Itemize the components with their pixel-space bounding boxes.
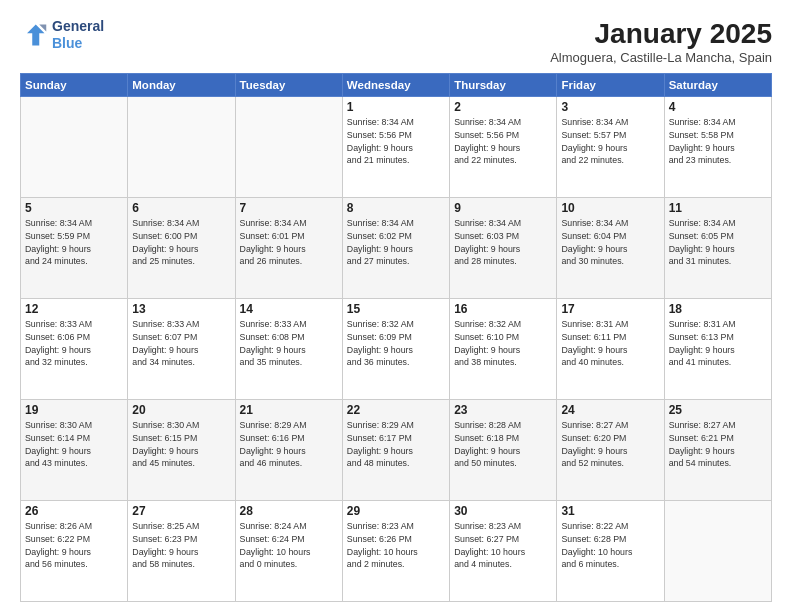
svg-marker-0 xyxy=(27,24,45,45)
calendar-cell: 25Sunrise: 8:27 AM Sunset: 6:21 PM Dayli… xyxy=(664,400,771,501)
day-number: 25 xyxy=(669,403,767,417)
header: General Blue January 2025 Almoguera, Cas… xyxy=(20,18,772,65)
day-info: Sunrise: 8:34 AM Sunset: 6:02 PM Dayligh… xyxy=(347,217,445,268)
weekday-header: Saturday xyxy=(664,74,771,97)
day-number: 28 xyxy=(240,504,338,518)
month-title: January 2025 xyxy=(550,18,772,50)
day-number: 23 xyxy=(454,403,552,417)
day-number: 12 xyxy=(25,302,123,316)
day-number: 29 xyxy=(347,504,445,518)
calendar-cell: 6Sunrise: 8:34 AM Sunset: 6:00 PM Daylig… xyxy=(128,198,235,299)
calendar-cell: 16Sunrise: 8:32 AM Sunset: 6:10 PM Dayli… xyxy=(450,299,557,400)
day-info: Sunrise: 8:32 AM Sunset: 6:09 PM Dayligh… xyxy=(347,318,445,369)
day-info: Sunrise: 8:34 AM Sunset: 6:01 PM Dayligh… xyxy=(240,217,338,268)
calendar-header-row: SundayMondayTuesdayWednesdayThursdayFrid… xyxy=(21,74,772,97)
calendar-cell: 20Sunrise: 8:30 AM Sunset: 6:15 PM Dayli… xyxy=(128,400,235,501)
calendar-cell: 7Sunrise: 8:34 AM Sunset: 6:01 PM Daylig… xyxy=(235,198,342,299)
day-info: Sunrise: 8:28 AM Sunset: 6:18 PM Dayligh… xyxy=(454,419,552,470)
day-number: 7 xyxy=(240,201,338,215)
calendar-cell: 14Sunrise: 8:33 AM Sunset: 6:08 PM Dayli… xyxy=(235,299,342,400)
weekday-header: Friday xyxy=(557,74,664,97)
calendar-week-row: 12Sunrise: 8:33 AM Sunset: 6:06 PM Dayli… xyxy=(21,299,772,400)
day-info: Sunrise: 8:24 AM Sunset: 6:24 PM Dayligh… xyxy=(240,520,338,571)
calendar-week-row: 5Sunrise: 8:34 AM Sunset: 5:59 PM Daylig… xyxy=(21,198,772,299)
day-number: 21 xyxy=(240,403,338,417)
day-info: Sunrise: 8:34 AM Sunset: 5:58 PM Dayligh… xyxy=(669,116,767,167)
day-info: Sunrise: 8:34 AM Sunset: 6:00 PM Dayligh… xyxy=(132,217,230,268)
calendar-cell: 31Sunrise: 8:22 AM Sunset: 6:28 PM Dayli… xyxy=(557,501,664,602)
weekday-header: Thursday xyxy=(450,74,557,97)
calendar-cell: 15Sunrise: 8:32 AM Sunset: 6:09 PM Dayli… xyxy=(342,299,449,400)
calendar-cell: 24Sunrise: 8:27 AM Sunset: 6:20 PM Dayli… xyxy=(557,400,664,501)
day-info: Sunrise: 8:33 AM Sunset: 6:08 PM Dayligh… xyxy=(240,318,338,369)
day-info: Sunrise: 8:34 AM Sunset: 6:04 PM Dayligh… xyxy=(561,217,659,268)
day-info: Sunrise: 8:31 AM Sunset: 6:13 PM Dayligh… xyxy=(669,318,767,369)
day-number: 14 xyxy=(240,302,338,316)
logo: General Blue xyxy=(20,18,104,52)
day-number: 2 xyxy=(454,100,552,114)
calendar-cell: 21Sunrise: 8:29 AM Sunset: 6:16 PM Dayli… xyxy=(235,400,342,501)
day-info: Sunrise: 8:22 AM Sunset: 6:28 PM Dayligh… xyxy=(561,520,659,571)
day-info: Sunrise: 8:31 AM Sunset: 6:11 PM Dayligh… xyxy=(561,318,659,369)
day-number: 16 xyxy=(454,302,552,316)
day-info: Sunrise: 8:34 AM Sunset: 5:56 PM Dayligh… xyxy=(347,116,445,167)
day-info: Sunrise: 8:29 AM Sunset: 6:17 PM Dayligh… xyxy=(347,419,445,470)
calendar-cell xyxy=(664,501,771,602)
day-info: Sunrise: 8:34 AM Sunset: 6:05 PM Dayligh… xyxy=(669,217,767,268)
weekday-header: Wednesday xyxy=(342,74,449,97)
calendar-cell: 2Sunrise: 8:34 AM Sunset: 5:56 PM Daylig… xyxy=(450,97,557,198)
day-number: 31 xyxy=(561,504,659,518)
calendar-cell: 23Sunrise: 8:28 AM Sunset: 6:18 PM Dayli… xyxy=(450,400,557,501)
calendar-cell: 1Sunrise: 8:34 AM Sunset: 5:56 PM Daylig… xyxy=(342,97,449,198)
calendar-cell: 11Sunrise: 8:34 AM Sunset: 6:05 PM Dayli… xyxy=(664,198,771,299)
day-number: 22 xyxy=(347,403,445,417)
day-info: Sunrise: 8:34 AM Sunset: 5:59 PM Dayligh… xyxy=(25,217,123,268)
calendar-cell: 5Sunrise: 8:34 AM Sunset: 5:59 PM Daylig… xyxy=(21,198,128,299)
day-number: 11 xyxy=(669,201,767,215)
calendar-cell: 4Sunrise: 8:34 AM Sunset: 5:58 PM Daylig… xyxy=(664,97,771,198)
calendar-cell xyxy=(235,97,342,198)
calendar-cell: 22Sunrise: 8:29 AM Sunset: 6:17 PM Dayli… xyxy=(342,400,449,501)
day-info: Sunrise: 8:27 AM Sunset: 6:20 PM Dayligh… xyxy=(561,419,659,470)
day-info: Sunrise: 8:34 AM Sunset: 6:03 PM Dayligh… xyxy=(454,217,552,268)
day-number: 10 xyxy=(561,201,659,215)
logo-icon xyxy=(20,21,48,49)
calendar-cell: 18Sunrise: 8:31 AM Sunset: 6:13 PM Dayli… xyxy=(664,299,771,400)
calendar-table: SundayMondayTuesdayWednesdayThursdayFrid… xyxy=(20,73,772,602)
day-number: 8 xyxy=(347,201,445,215)
day-info: Sunrise: 8:29 AM Sunset: 6:16 PM Dayligh… xyxy=(240,419,338,470)
calendar-cell: 27Sunrise: 8:25 AM Sunset: 6:23 PM Dayli… xyxy=(128,501,235,602)
day-info: Sunrise: 8:30 AM Sunset: 6:14 PM Dayligh… xyxy=(25,419,123,470)
calendar-cell: 28Sunrise: 8:24 AM Sunset: 6:24 PM Dayli… xyxy=(235,501,342,602)
day-info: Sunrise: 8:23 AM Sunset: 6:27 PM Dayligh… xyxy=(454,520,552,571)
day-number: 18 xyxy=(669,302,767,316)
day-number: 3 xyxy=(561,100,659,114)
day-info: Sunrise: 8:27 AM Sunset: 6:21 PM Dayligh… xyxy=(669,419,767,470)
day-number: 9 xyxy=(454,201,552,215)
calendar-cell: 30Sunrise: 8:23 AM Sunset: 6:27 PM Dayli… xyxy=(450,501,557,602)
calendar-cell: 13Sunrise: 8:33 AM Sunset: 6:07 PM Dayli… xyxy=(128,299,235,400)
calendar-cell: 17Sunrise: 8:31 AM Sunset: 6:11 PM Dayli… xyxy=(557,299,664,400)
day-info: Sunrise: 8:33 AM Sunset: 6:06 PM Dayligh… xyxy=(25,318,123,369)
day-number: 26 xyxy=(25,504,123,518)
day-number: 20 xyxy=(132,403,230,417)
calendar-cell: 8Sunrise: 8:34 AM Sunset: 6:02 PM Daylig… xyxy=(342,198,449,299)
title-block: January 2025 Almoguera, Castille-La Manc… xyxy=(550,18,772,65)
day-number: 30 xyxy=(454,504,552,518)
day-info: Sunrise: 8:34 AM Sunset: 5:57 PM Dayligh… xyxy=(561,116,659,167)
weekday-header: Tuesday xyxy=(235,74,342,97)
weekday-header: Monday xyxy=(128,74,235,97)
day-info: Sunrise: 8:23 AM Sunset: 6:26 PM Dayligh… xyxy=(347,520,445,571)
day-number: 24 xyxy=(561,403,659,417)
calendar-week-row: 19Sunrise: 8:30 AM Sunset: 6:14 PM Dayli… xyxy=(21,400,772,501)
calendar-cell xyxy=(21,97,128,198)
page: General Blue January 2025 Almoguera, Cas… xyxy=(0,0,792,612)
day-info: Sunrise: 8:30 AM Sunset: 6:15 PM Dayligh… xyxy=(132,419,230,470)
day-number: 1 xyxy=(347,100,445,114)
day-info: Sunrise: 8:32 AM Sunset: 6:10 PM Dayligh… xyxy=(454,318,552,369)
day-number: 13 xyxy=(132,302,230,316)
day-number: 17 xyxy=(561,302,659,316)
day-number: 27 xyxy=(132,504,230,518)
day-number: 4 xyxy=(669,100,767,114)
day-number: 6 xyxy=(132,201,230,215)
